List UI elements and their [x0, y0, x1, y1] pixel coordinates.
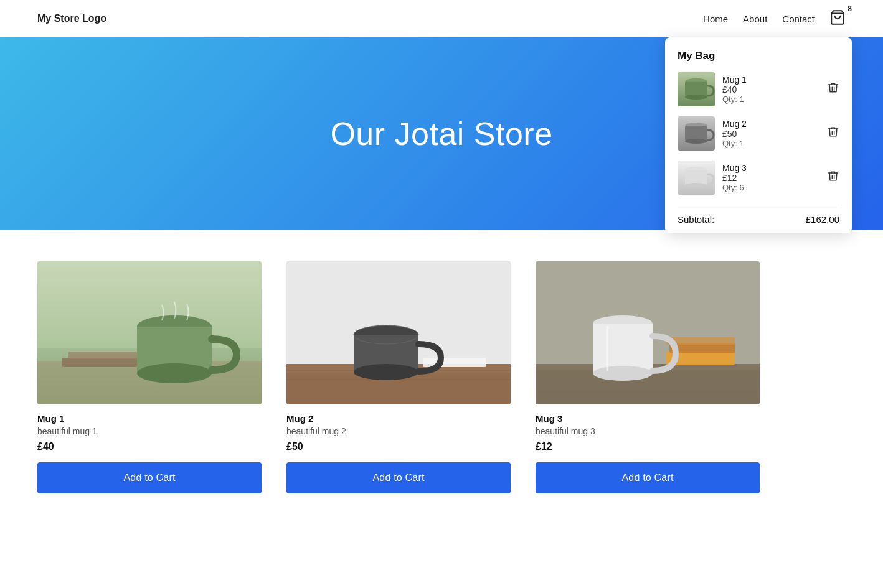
cart-subtotal: Subtotal: £162.00: [678, 205, 839, 233]
add-to-cart-button-2[interactable]: Add to Cart: [286, 462, 511, 493]
cart-item-price-2: £50: [722, 129, 819, 139]
nav: Home About Contact 8: [703, 9, 846, 28]
cart-dropdown: My Bag: [665, 37, 852, 233]
nav-home[interactable]: Home: [703, 14, 728, 24]
product-card-3: Mug 3 beautiful mug 3 £12 Add to Cart: [536, 261, 760, 493]
product-image-2: [286, 261, 511, 404]
cart-item-price-1: £40: [722, 85, 819, 95]
product-desc-1: beautiful mug 1: [37, 426, 262, 436]
add-to-cart-button-3[interactable]: Add to Cart: [536, 462, 760, 493]
product-price-2: £50: [286, 441, 511, 452]
nav-about[interactable]: About: [743, 14, 767, 24]
cart-badge: 8: [848, 4, 852, 13]
add-to-cart-button-1[interactable]: Add to Cart: [37, 462, 262, 493]
svg-point-14: [685, 183, 707, 188]
cart-item-delete-2[interactable]: [827, 126, 839, 141]
product-name-2: Mug 2: [286, 413, 511, 424]
cart-item: Mug 3 £12 Qty: 6: [678, 161, 839, 195]
svg-point-41: [593, 366, 653, 381]
product-image-1: [37, 261, 262, 404]
product-name-1: Mug 1: [37, 413, 262, 424]
cart-item-qty-3: Qty: 6: [722, 183, 819, 192]
hero-title: Our Jotai Store: [330, 115, 552, 152]
product-name-3: Mug 3: [536, 413, 760, 424]
cart-item-info-3: Mug 3 £12 Qty: 6: [722, 163, 819, 192]
svg-rect-37: [669, 343, 735, 353]
cart-item-qty-1: Qty: 1: [722, 95, 819, 104]
cart-item: Mug 2 £50 Qty: 1: [678, 116, 839, 151]
cart-item-name-2: Mug 2: [722, 119, 819, 129]
svg-point-9: [685, 139, 707, 144]
svg-rect-18: [62, 358, 137, 367]
cart-button[interactable]: 8: [829, 9, 846, 28]
cart-item-price-3: £12: [722, 173, 819, 183]
product-price-1: £40: [37, 441, 262, 452]
svg-point-31: [354, 364, 418, 380]
cart-subtotal-amount: £162.00: [806, 214, 839, 225]
cart-item-info-1: Mug 1 £40 Qty: 1: [722, 75, 819, 104]
svg-point-22: [137, 363, 212, 383]
cart-item-name-3: Mug 3: [722, 163, 819, 173]
cart-item-image-2: [678, 116, 715, 151]
cart-item-image-1: [678, 72, 715, 106]
cart-item: Mug 1 £40 Qty: 1: [678, 72, 839, 106]
svg-rect-28: [423, 358, 486, 367]
cart-item-delete-3[interactable]: [827, 170, 839, 185]
cart-item-info-2: Mug 2 £50 Qty: 1: [722, 119, 819, 148]
product-desc-2: beautiful mug 2: [286, 426, 511, 436]
cart-item-delete-1[interactable]: [827, 82, 839, 97]
cart-item-qty-2: Qty: 1: [722, 139, 819, 148]
cart-item-name-1: Mug 1: [722, 75, 819, 85]
cart-dropdown-title: My Bag: [678, 50, 839, 62]
nav-contact[interactable]: Contact: [782, 14, 815, 24]
cart-item-image-3: [678, 161, 715, 195]
svg-rect-19: [68, 352, 137, 359]
product-desc-3: beautiful mug 3: [536, 426, 760, 436]
product-card-2: Mug 2 beautiful mug 2 £50 Add to Cart: [286, 261, 511, 493]
products-section: Mug 1 beautiful mug 1 £40 Add to Cart: [0, 230, 883, 525]
product-image-3: [536, 261, 760, 404]
svg-point-5: [685, 95, 707, 100]
store-logo: My Store Logo: [37, 13, 106, 24]
header: My Store Logo Home About Contact 8 My Ba…: [0, 0, 883, 37]
cart-icon: [829, 9, 846, 26]
cart-subtotal-label: Subtotal:: [678, 214, 714, 225]
product-price-3: £12: [536, 441, 760, 452]
product-card-1: Mug 1 beautiful mug 1 £40 Add to Cart: [37, 261, 262, 493]
